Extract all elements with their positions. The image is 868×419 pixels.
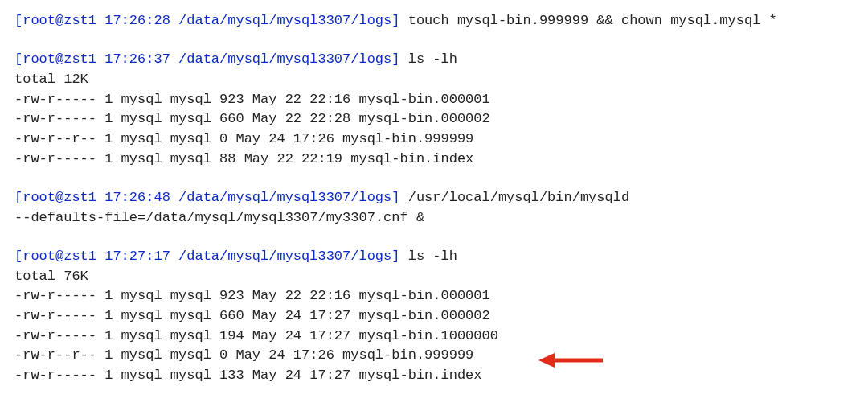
- blank-line: [14, 169, 854, 188]
- listing1-total: total 12K: [14, 70, 854, 90]
- listing1-row: -rw-r----- 1 mysql mysql 923 May 22 22:1…: [14, 90, 854, 110]
- command-text: /usr/local/mysql/bin/mysqld: [399, 190, 629, 205]
- terminal-line-cmd3-cont: --defaults-file=/data/mysql/mysql3307/my…: [14, 208, 854, 228]
- listing2-row: -rw-r----- 1 mysql mysql 923 May 22 22:1…: [14, 286, 854, 306]
- listing1-row: -rw-r----- 1 mysql mysql 88 May 22 22:19…: [14, 150, 854, 170]
- listing2-row: -rw-r----- 1 mysql mysql 660 May 24 17:2…: [14, 306, 854, 327]
- blank-line: [14, 228, 854, 247]
- listing1-row: -rw-r--r-- 1 mysql mysql 0 May 24 17:26 …: [14, 129, 854, 150]
- listing2-row-highlight: -rw-r----- 1 mysql mysql 194 May 24 17:2…: [14, 327, 854, 347]
- command-text: ls -lh: [399, 51, 457, 67]
- listing2-row: -rw-r--r-- 1 mysql mysql 0 May 24 17:26 …: [14, 346, 854, 366]
- prompt: [root@zst1 17:27:17 /data/mysql/mysql330…: [14, 249, 399, 264]
- command-text: ls -lh: [399, 249, 457, 264]
- prompt: [root@zst1 17:26:28 /data/mysql/mysql330…: [14, 13, 399, 28]
- command-text: touch mysql-bin.999999 && chown mysql.my…: [399, 13, 776, 28]
- prompt: [root@zst1 17:26:37 /data/mysql/mysql330…: [14, 51, 399, 67]
- blank-line: [14, 31, 854, 51]
- listing2-row: -rw-r----- 1 mysql mysql 133 May 24 17:2…: [14, 366, 854, 386]
- listing1-row: -rw-r----- 1 mysql mysql 660 May 22 22:2…: [14, 109, 854, 129]
- terminal-line-cmd1: [root@zst1 17:26:28 /data/mysql/mysql330…: [14, 11, 854, 31]
- terminal-line-cmd4: [root@zst1 17:27:17 /data/mysql/mysql330…: [14, 247, 854, 267]
- terminal-line-cmd3: [root@zst1 17:26:48 /data/mysql/mysql330…: [14, 188, 854, 208]
- prompt: [root@zst1 17:26:48 /data/mysql/mysql330…: [14, 190, 399, 205]
- terminal-line-cmd2: [root@zst1 17:26:37 /data/mysql/mysql330…: [14, 50, 854, 70]
- listing2-total: total 76K: [14, 267, 854, 287]
